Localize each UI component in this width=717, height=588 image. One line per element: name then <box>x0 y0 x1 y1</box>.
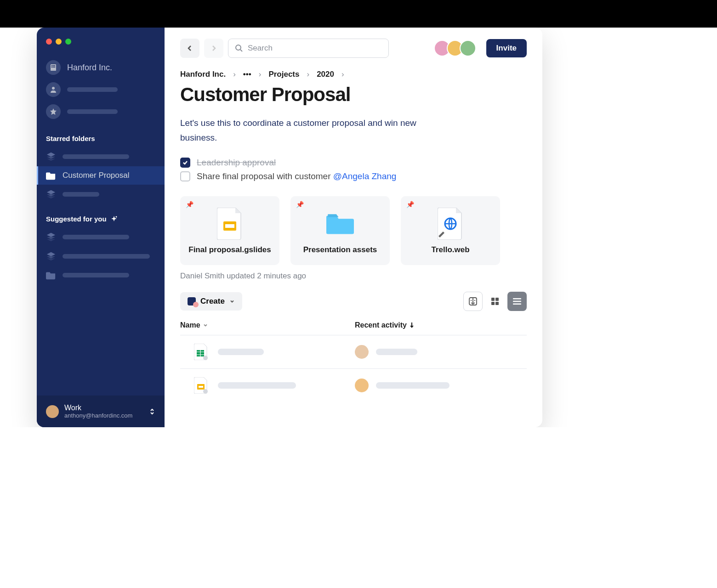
task-text: Share final proposal with customer <box>197 171 333 181</box>
search-icon <box>235 44 243 52</box>
page-title: Customer Proposal <box>180 84 527 106</box>
folder-item[interactable] <box>37 266 165 284</box>
svg-point-22 <box>203 356 208 360</box>
folder-icon <box>326 206 354 241</box>
sidebar-header-label: Starred folders <box>46 135 95 142</box>
breadcrumb-item[interactable]: ••• <box>243 70 251 79</box>
window-maximize-icon[interactable] <box>65 39 71 45</box>
check-icon <box>182 159 188 166</box>
black-bar <box>0 0 717 28</box>
mention[interactable]: @Angela Zhang <box>333 171 397 181</box>
invite-label: Invite <box>496 44 517 52</box>
folder-item[interactable] <box>37 227 165 247</box>
card-label: Presentation assets <box>303 245 377 254</box>
avatar <box>460 40 476 57</box>
pin-icon: 📌 <box>296 201 304 208</box>
table-row[interactable] <box>180 335 527 369</box>
file-card[interactable]: 📌 Trello.web <box>401 196 500 265</box>
sidebar-item-starred[interactable] <box>37 102 165 122</box>
sidebar-org[interactable]: Hanford Inc. <box>37 57 165 78</box>
window-minimize-icon[interactable] <box>56 39 62 45</box>
stack-icon <box>46 189 56 199</box>
placeholder <box>63 273 129 277</box>
breadcrumb-item[interactable]: Projects <box>268 70 299 79</box>
chevron-right-icon <box>211 45 217 51</box>
search-placeholder: Search <box>248 44 273 53</box>
invite-button[interactable]: Invite <box>486 39 527 57</box>
placeholder <box>376 382 450 389</box>
folder-card[interactable]: 📌 Presentation assets <box>290 196 390 265</box>
placeholder <box>67 87 118 92</box>
view-list-button[interactable] <box>507 292 527 311</box>
checkbox-checked[interactable] <box>180 158 190 168</box>
avatar <box>355 345 369 359</box>
svg-point-8 <box>115 216 117 217</box>
collaborator-avatars[interactable] <box>438 40 476 57</box>
folder-item-active[interactable]: Customer Proposal <box>37 166 165 185</box>
account-name: Work <box>64 404 143 412</box>
folder-icon <box>46 271 56 280</box>
task-item[interactable]: Share final proposal with customer @Ange… <box>180 171 527 181</box>
sidebar-header-suggested: Suggested for you <box>37 204 165 227</box>
view-finder-button[interactable] <box>463 292 483 311</box>
view-toggle <box>463 292 527 311</box>
placeholder <box>218 349 264 355</box>
window-close-icon[interactable] <box>46 39 52 45</box>
svg-rect-3 <box>54 65 55 66</box>
file-card[interactable]: 📌 Final proposal.gslides <box>180 196 279 265</box>
svg-rect-5 <box>53 67 54 68</box>
status-text: Daniel Smith updated 2 minutes ago <box>180 271 527 281</box>
view-grid-button[interactable] <box>485 292 505 311</box>
table-row[interactable] <box>180 369 527 402</box>
card-label: Final proposal.gslides <box>188 245 271 254</box>
org-name: Hanford Inc. <box>67 63 112 73</box>
breadcrumb: Hanford Inc. › ••• › Projects › 2020 › <box>180 70 527 79</box>
topbar: Search Invite <box>180 39 527 58</box>
main-content: Search Invite Hanford Inc. › ••• › Proje… <box>165 28 542 427</box>
toolbar: Create <box>180 292 527 311</box>
svg-point-9 <box>236 45 241 50</box>
placeholder <box>63 192 99 197</box>
card-label: Trello.web <box>431 245 469 254</box>
svg-rect-17 <box>495 302 499 305</box>
nav-back-button[interactable] <box>180 39 199 58</box>
table-header: Name Recent activity <box>180 321 527 335</box>
pin-icon: 📌 <box>186 201 193 208</box>
placeholder <box>63 254 150 259</box>
pinned-cards: 📌 Final proposal.gslides 📌 Presentation … <box>180 196 527 265</box>
sparkle-icon <box>110 215 118 223</box>
avatar <box>46 405 59 418</box>
svg-point-25 <box>203 389 208 394</box>
create-label: Create <box>200 297 225 306</box>
svg-rect-11 <box>225 224 234 228</box>
gslides-icon <box>194 377 208 394</box>
sidebar-item-user[interactable] <box>37 79 165 100</box>
chevron-down-icon <box>203 323 208 328</box>
user-icon <box>46 82 61 97</box>
building-icon <box>46 60 61 75</box>
nav-forward-button[interactable] <box>204 39 223 58</box>
svg-rect-19 <box>513 300 521 302</box>
svg-point-7 <box>52 87 55 90</box>
breadcrumb-item[interactable]: Hanford Inc. <box>180 70 226 79</box>
sidebar-header-starred: Starred folders <box>37 124 165 147</box>
folder-item[interactable] <box>37 185 165 204</box>
task-item[interactable]: Leadership approval <box>180 158 527 168</box>
placeholder <box>218 382 296 389</box>
folder-item[interactable] <box>37 147 165 166</box>
breadcrumb-item[interactable]: 2020 <box>317 70 334 79</box>
account-switcher[interactable]: Work anthony@hanfordinc.com <box>37 396 165 427</box>
folder-label: Customer Proposal <box>63 171 130 180</box>
folder-item[interactable] <box>37 247 165 266</box>
column-name[interactable]: Name <box>180 321 355 329</box>
placeholder <box>67 109 118 114</box>
search-input[interactable]: Search <box>228 39 389 58</box>
checkbox-unchecked[interactable] <box>180 171 190 181</box>
account-email: anthony@hanfordinc.com <box>64 412 143 419</box>
chevron-down-icon <box>229 299 235 304</box>
svg-rect-4 <box>51 67 52 68</box>
column-activity[interactable]: Recent activity <box>355 321 414 329</box>
chevron-right-icon: › <box>259 70 262 79</box>
create-button[interactable]: Create <box>180 292 242 311</box>
page-description: Let's use this to coordinate a customer … <box>180 116 438 146</box>
